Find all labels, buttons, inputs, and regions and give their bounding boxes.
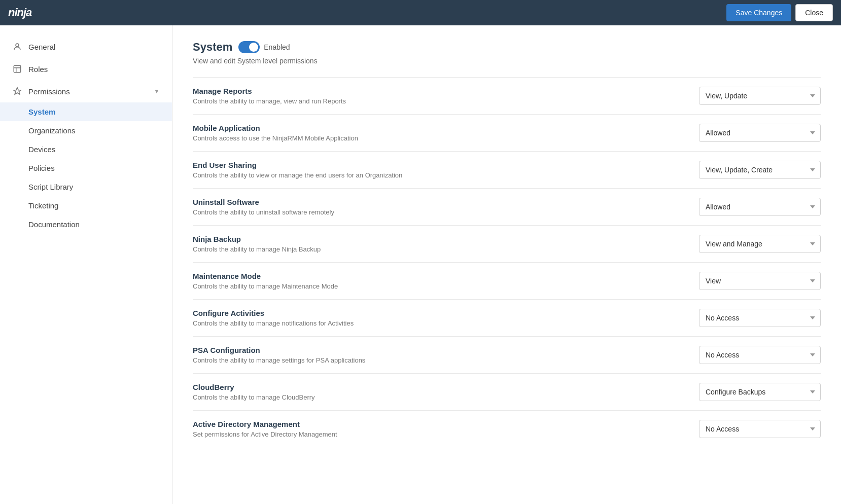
sidebar-item-organizations[interactable]: Organizations	[0, 121, 172, 140]
permissions-group: Permissions ▼ SystemOrganizationsDevices…	[0, 80, 172, 234]
permission-desc-active-directory-management: Set permissions for Active Directory Man…	[193, 430, 699, 438]
permission-row-end-user-sharing: End User SharingControls the ability to …	[193, 151, 821, 188]
svg-rect-1	[14, 65, 21, 73]
permission-name-cloudberry: CloudBerry	[193, 383, 699, 391]
sidebar-item-devices[interactable]: Devices	[0, 140, 172, 159]
permission-info-mobile-application: Mobile ApplicationControls access to use…	[193, 124, 699, 142]
permission-name-psa-configuration: PSA Configuration	[193, 346, 699, 354]
permission-row-manage-reports: Manage ReportsControls the ability to ma…	[193, 77, 821, 114]
sidebar-item-documentation[interactable]: Documentation	[0, 215, 172, 234]
permissions-header[interactable]: Permissions ▼	[0, 80, 172, 102]
permission-info-cloudberry: CloudBerryControls the ability to manage…	[193, 383, 699, 401]
app-logo: ninja	[8, 6, 31, 19]
permission-select-manage-reports[interactable]: No AccessViewView, UpdateView, Update, C…	[699, 87, 821, 105]
topnav-actions: Save Changes Close	[726, 4, 833, 21]
permission-name-manage-reports: Manage Reports	[193, 87, 699, 95]
general-icon	[12, 42, 22, 52]
permission-info-uninstall-software: Uninstall SoftwareControls the ability t…	[193, 198, 699, 216]
permission-name-active-directory-management: Active Directory Management	[193, 420, 699, 428]
chevron-down-icon: ▼	[154, 88, 160, 95]
sidebar-item-system[interactable]: System	[0, 102, 172, 121]
permission-name-uninstall-software: Uninstall Software	[193, 198, 699, 206]
permission-row-active-directory-management: Active Directory ManagementSet permissio…	[193, 410, 821, 447]
permission-desc-psa-configuration: Controls the ability to manage settings …	[193, 356, 699, 364]
permission-desc-maintenance-mode: Controls the ability to manage Maintenan…	[193, 282, 699, 290]
permission-row-maintenance-mode: Maintenance ModeControls the ability to …	[193, 262, 821, 299]
permission-row-ninja-backup: Ninja BackupControls the ability to mana…	[193, 225, 821, 262]
permission-select-end-user-sharing[interactable]: No AccessViewView, UpdateView, Update, C…	[699, 161, 821, 179]
permissions-icon	[12, 86, 22, 96]
permission-info-end-user-sharing: End User SharingControls the ability to …	[193, 161, 699, 179]
toggle-label: Enabled	[264, 43, 290, 51]
permission-info-maintenance-mode: Maintenance ModeControls the ability to …	[193, 272, 699, 290]
layout: General Roles Permissions ▼ SystemOrgani…	[0, 25, 841, 504]
permission-select-maintenance-mode[interactable]: No AccessViewView and Manage	[699, 272, 821, 290]
system-header: System Enabled	[193, 41, 821, 54]
permission-name-end-user-sharing: End User Sharing	[193, 161, 699, 169]
permission-desc-configure-activities: Controls the ability to manage notificat…	[193, 319, 699, 327]
permission-select-cloudberry[interactable]: No AccessConfigure BackupsView and Manag…	[699, 383, 821, 401]
permissions-subnav: SystemOrganizationsDevicesPoliciesScript…	[0, 102, 172, 234]
permission-desc-mobile-application: Controls access to use the NinjaRMM Mobi…	[193, 134, 699, 142]
permission-row-mobile-application: Mobile ApplicationControls access to use…	[193, 114, 821, 151]
toggle-thumb	[249, 43, 258, 52]
permission-select-active-directory-management[interactable]: No AccessAllowed	[699, 420, 821, 438]
permission-desc-uninstall-software: Controls the ability to uninstall softwa…	[193, 208, 699, 216]
sidebar-general-label: General	[28, 43, 160, 51]
save-changes-button[interactable]: Save Changes	[726, 4, 791, 21]
permission-row-cloudberry: CloudBerryControls the ability to manage…	[193, 373, 821, 410]
permission-select-mobile-application[interactable]: No AccessAllowed	[699, 124, 821, 142]
permission-info-ninja-backup: Ninja BackupControls the ability to mana…	[193, 235, 699, 253]
permission-select-ninja-backup[interactable]: No AccessViewView and Manage	[699, 235, 821, 253]
system-title: System	[193, 41, 232, 54]
permission-desc-end-user-sharing: Controls the ability to view or manage t…	[193, 171, 699, 179]
sidebar-roles-label: Roles	[28, 65, 160, 74]
permission-info-psa-configuration: PSA ConfigurationControls the ability to…	[193, 346, 699, 364]
permissions-list: Manage ReportsControls the ability to ma…	[193, 77, 821, 447]
permissions-label: Permissions	[28, 87, 148, 96]
permission-info-active-directory-management: Active Directory ManagementSet permissio…	[193, 420, 699, 438]
permission-row-uninstall-software: Uninstall SoftwareControls the ability t…	[193, 188, 821, 225]
permission-name-ninja-backup: Ninja Backup	[193, 235, 699, 243]
permission-name-mobile-application: Mobile Application	[193, 124, 699, 132]
close-button[interactable]: Close	[795, 4, 833, 21]
permission-select-configure-activities[interactable]: No AccessAllowed	[699, 309, 821, 327]
permission-desc-manage-reports: Controls the ability to manage, view and…	[193, 97, 699, 105]
sidebar-item-ticketing[interactable]: Ticketing	[0, 196, 172, 215]
system-description: View and edit System level permissions	[193, 57, 821, 65]
permission-info-configure-activities: Configure ActivitiesControls the ability…	[193, 309, 699, 327]
svg-point-0	[16, 44, 19, 47]
permission-row-configure-activities: Configure ActivitiesControls the ability…	[193, 299, 821, 336]
sidebar-item-script-library[interactable]: Script Library	[0, 177, 172, 196]
system-toggle[interactable]	[238, 41, 260, 53]
sidebar-item-general[interactable]: General	[0, 35, 172, 58]
toggle-container[interactable]: Enabled	[238, 41, 290, 53]
sidebar: General Roles Permissions ▼ SystemOrgani…	[0, 25, 172, 504]
topnav: ninja Save Changes Close	[0, 0, 841, 25]
main-content: System Enabled View and edit System leve…	[172, 25, 841, 504]
permission-desc-ninja-backup: Controls the ability to manage Ninja Bac…	[193, 245, 699, 253]
permission-row-psa-configuration: PSA ConfigurationControls the ability to…	[193, 336, 821, 373]
permission-select-uninstall-software[interactable]: No AccessAllowed	[699, 198, 821, 216]
permission-name-maintenance-mode: Maintenance Mode	[193, 272, 699, 280]
roles-icon	[12, 64, 22, 74]
sidebar-item-policies[interactable]: Policies	[0, 159, 172, 177]
sidebar-item-roles[interactable]: Roles	[0, 58, 172, 80]
permission-name-configure-activities: Configure Activities	[193, 309, 699, 317]
permission-select-psa-configuration[interactable]: No AccessAllowed	[699, 346, 821, 364]
permission-info-manage-reports: Manage ReportsControls the ability to ma…	[193, 87, 699, 105]
permission-desc-cloudberry: Controls the ability to manage CloudBerr…	[193, 393, 699, 401]
